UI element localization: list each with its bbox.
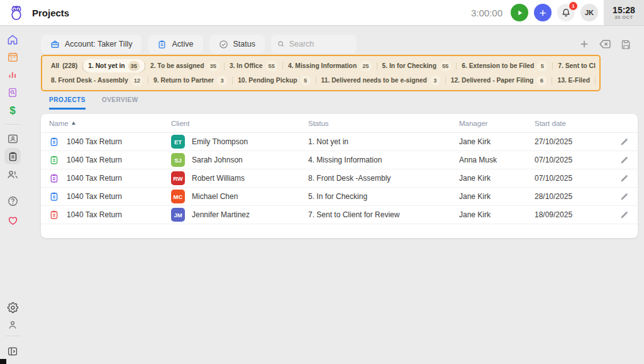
edit-icon[interactable]: [619, 210, 629, 220]
client-name: Sarah Johnson: [192, 156, 243, 164]
chip-count-badge: 3: [430, 76, 440, 86]
project-clipboard-icon: [49, 155, 59, 165]
add-filter-icon[interactable]: [577, 37, 591, 51]
search-input[interactable]: [289, 40, 350, 48]
projects-table: Name Client Status Manager Start date 10…: [41, 114, 638, 238]
column-header-manager: Manager: [459, 120, 535, 127]
chip-count-badge: 55: [440, 61, 451, 71]
column-header-name[interactable]: Name: [49, 120, 171, 127]
clock-widget: 15:28 30 OCT: [604, 0, 644, 25]
project-clipboard-icon: [49, 191, 59, 202]
document-search-icon[interactable]: [4, 84, 21, 101]
status-filter-button[interactable]: Status: [209, 35, 265, 54]
project-status: 8. Front Desk -Assembly: [308, 174, 459, 183]
active-filter-button[interactable]: Active: [148, 35, 203, 54]
project-manager: Jane Kirk: [459, 192, 535, 201]
project-manager: Jane Kirk: [459, 174, 535, 183]
status-chip[interactable]: 12. Delivered - Paper Filing 6: [446, 74, 552, 87]
home-icon[interactable]: [4, 31, 21, 48]
status-chip-all[interactable]: All (228): [46, 59, 82, 72]
favorites-heart-icon[interactable]: [4, 212, 21, 228]
status-chip[interactable]: 5. In for Checking 55: [377, 59, 457, 72]
edit-icon[interactable]: [619, 174, 629, 183]
client-avatar: MC: [171, 190, 185, 203]
client-name: Jennifer Martinez: [192, 210, 250, 219]
edit-icon[interactable]: [619, 137, 629, 147]
sidebar-divider: [5, 124, 20, 125]
project-start-date: 27/10/2025: [535, 137, 619, 146]
client-name: Robert Williams: [192, 174, 245, 183]
project-status: 4. Missing Information: [308, 156, 459, 164]
table-row[interactable]: 1040 Tax Return SJ Sarah Johnson 4. Miss…: [41, 151, 638, 169]
team-icon[interactable]: [4, 166, 21, 183]
start-timer-button[interactable]: [511, 4, 528, 21]
client-name: Michael Chen: [192, 192, 238, 201]
status-chip[interactable]: 9. Return to Partner 3: [148, 74, 232, 87]
check-circle-icon: [219, 40, 228, 49]
project-start-date: 28/10/2025: [535, 192, 619, 201]
table-row[interactable]: 1040 Tax Return MC Michael Chen 5. In fo…: [41, 188, 638, 206]
project-manager: Anna Musk: [459, 156, 535, 164]
play-icon: [516, 9, 524, 17]
chip-count-badge: 35: [128, 61, 140, 71]
calendar-icon[interactable]: [4, 48, 21, 65]
account-filter-button[interactable]: Account: Taker Tilly: [41, 35, 142, 54]
table-row[interactable]: 1040 Tax Return ET Emily Thompson 1. Not…: [41, 133, 638, 151]
clear-filters-icon[interactable]: [598, 37, 612, 51]
status-chip[interactable]: 6. Extension to be Filed 5: [457, 59, 552, 72]
help-icon[interactable]: [4, 193, 21, 209]
project-start-date: 18/09/2025: [535, 210, 619, 219]
edit-icon[interactable]: [619, 156, 629, 165]
projects-clipboard-icon[interactable]: [4, 148, 21, 164]
status-chip[interactable]: 7. Sent to Client for Review 17: [553, 59, 596, 72]
project-status: 7. Sent to Client for Review: [308, 210, 459, 219]
status-chip[interactable]: 3. In Office 55: [225, 59, 282, 72]
filter-bar: Account: Taker Tilly Active Status: [41, 35, 633, 54]
contact-card-icon[interactable]: [4, 130, 21, 147]
filter-actions: [577, 37, 633, 51]
edit-icon[interactable]: [619, 192, 629, 202]
account-filter-label: Account: Taker Tilly: [65, 40, 132, 48]
client-avatar: SJ: [171, 153, 185, 167]
status-chip[interactable]: 8. Front Desk - Assembly 12: [46, 74, 148, 87]
status-chip[interactable]: 13. E-Filed: [552, 74, 595, 87]
page-title: Projects: [32, 8, 69, 18]
tab-projects[interactable]: PROJECTS: [49, 96, 86, 110]
project-name: 1040 Tax Return: [67, 156, 122, 164]
chip-count-badge: 5: [537, 61, 547, 71]
tab-overview[interactable]: OVERVIEW: [102, 96, 138, 110]
status-chip[interactable]: 1. Not yet in 35: [83, 59, 145, 72]
collapse-panel-icon[interactable]: [4, 343, 21, 360]
save-view-icon[interactable]: [619, 37, 633, 51]
notification-badge: 1: [569, 2, 577, 10]
owl-logo-icon: [8, 4, 25, 21]
analytics-icon[interactable]: [4, 65, 21, 82]
status-chip[interactable]: 4. Missing Information 25: [283, 59, 377, 72]
status-chip-row-1: All (228) 1. Not yet in 35 2. To be assi…: [46, 59, 596, 72]
column-header-client: Client: [171, 120, 308, 127]
project-start-date: 07/10/2025: [535, 156, 619, 164]
project-status: 1. Not yet in: [308, 137, 459, 146]
project-name: 1040 Tax Return: [67, 137, 122, 146]
project-clipboard-icon: [49, 210, 59, 220]
profile-icon[interactable]: [4, 317, 21, 333]
left-sidebar: $: [0, 25, 25, 364]
create-new-button[interactable]: +: [534, 4, 552, 21]
table-row[interactable]: 1040 Tax Return RW Robert Williams 8. Fr…: [41, 169, 638, 188]
search-box[interactable]: [271, 35, 357, 54]
status-chip[interactable]: 11. Delivered needs to be e-signed 3: [316, 74, 445, 87]
project-name: 1040 Tax Return: [67, 210, 122, 219]
chip-count-badge: 3: [217, 76, 227, 86]
notifications-button[interactable]: 1: [557, 4, 575, 21]
table-header-row: Name Client Status Manager Start date: [41, 114, 638, 133]
settings-gear-icon[interactable]: [4, 299, 21, 316]
status-filter-label: Status: [233, 40, 255, 48]
project-manager: Jane Kirk: [459, 137, 535, 146]
chip-count-badge: 25: [360, 61, 371, 71]
user-avatar[interactable]: JK: [580, 4, 598, 21]
table-row[interactable]: 1040 Tax Return JM Jennifer Martinez 7. …: [41, 206, 638, 224]
billing-icon[interactable]: $: [4, 103, 21, 119]
main-content: Account: Taker Tilly Active Status: [25, 25, 644, 364]
status-chip[interactable]: 2. To be assigned 35: [145, 59, 224, 72]
status-chip[interactable]: 10. Pending Pickup 5: [233, 74, 315, 87]
